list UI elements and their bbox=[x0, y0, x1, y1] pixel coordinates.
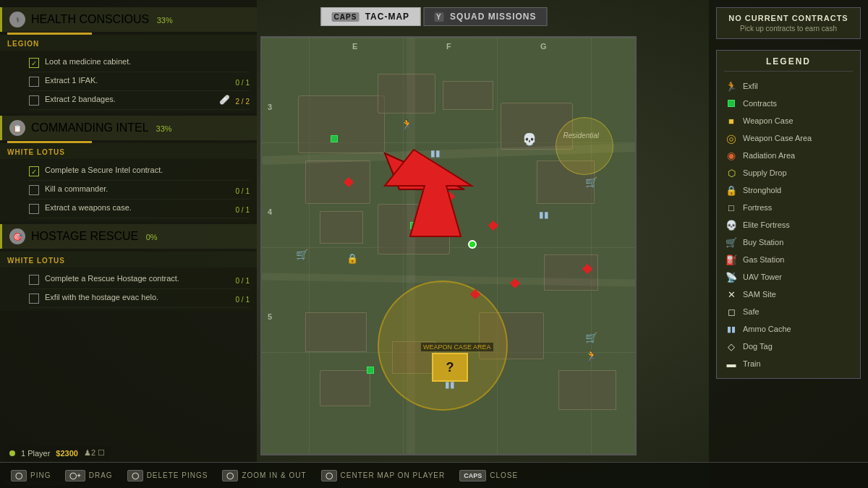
legend-item-weapon-case: ■ Weapon Case bbox=[724, 112, 853, 129]
close-key: CAPS bbox=[459, 470, 486, 481]
legend-item-dog-tag: ◇ Dog Tag bbox=[724, 338, 853, 355]
legend-sam-site-label: SAM Site bbox=[743, 290, 776, 299]
squad-members: ♟2 ☐ bbox=[84, 448, 105, 458]
mission-name-1: HEALTH CONSCIOUS bbox=[31, 13, 149, 25]
mission-header-2: 📋 COMMANDING INTEL 33% bbox=[0, 116, 257, 140]
building-5 bbox=[443, 81, 493, 110]
map-buy-station-1: 🛒 bbox=[296, 249, 308, 260]
legend-gas-station-label: Gas Station bbox=[743, 255, 784, 264]
legend-weapon-case-area-label: Weapon Case Area bbox=[743, 134, 812, 142]
tac-map-key: CAPS bbox=[332, 12, 359, 22]
legend-item-uav-tower: 📡 UAV Tower bbox=[724, 268, 853, 286]
legend-item-contracts: Contracts bbox=[724, 95, 853, 112]
mission-tasks-1: ✓ Loot a medicine cabinet. Extract 1 IFA… bbox=[0, 51, 257, 113]
building-1 bbox=[298, 95, 385, 153]
legend-supply-drop-label: Supply Drop bbox=[743, 168, 787, 177]
legend-item-elite-fortress: 💀 Elite Fortress bbox=[724, 216, 853, 234]
drag-control: ◯+ DRAG bbox=[65, 470, 112, 481]
legend-item-train: ▬ Train bbox=[724, 355, 853, 372]
legend-box: LEGEND 🏃 Exfil Contracts ■ Weapon Case ◎… bbox=[716, 50, 861, 379]
legend-uav-tower-icon: 📡 bbox=[724, 270, 739, 284]
legend-train-icon: ▬ bbox=[724, 356, 739, 371]
tac-map[interactable]: E F G 3 4 5 Residential ? WEAPON CASE AR… bbox=[260, 36, 637, 455]
mission-tasks-2: ✓ Complete a Secure Intel contract. Kill… bbox=[0, 159, 257, 221]
tac-map-label: TAC-MAP bbox=[365, 12, 409, 22]
legend-exfil-icon: 🏃 bbox=[724, 79, 739, 93]
legend-item-fortress: □ Fortress bbox=[724, 199, 853, 216]
center-control: ◯ CENTER MAP ON PLAYER bbox=[321, 470, 446, 481]
legend-supply-drop-icon: ⬡ bbox=[724, 166, 739, 180]
legend-item-supply-drop: ⬡ Supply Drop bbox=[724, 164, 853, 181]
map-buy-station-2: 🛒 bbox=[585, 176, 597, 188]
mission-faction-3: WHITE LOTUS bbox=[7, 257, 65, 265]
mission-header-1: ⚕ HEALTH CONSCIOUS 33% bbox=[0, 7, 257, 32]
task-progress: 0 / 1 bbox=[236, 79, 250, 87]
legend-fortress-icon: □ bbox=[724, 200, 739, 215]
mission-hostage-rescue: 🎯 HOSTAGE RESCUE 0% WHITE LOTUS Complete… bbox=[0, 224, 257, 311]
legend-radiation-icon: ◉ bbox=[724, 148, 739, 163]
mission-faction-1: LEGION bbox=[7, 40, 39, 48]
contract-status-subtitle: Pick up contracts to earn cash bbox=[724, 25, 853, 33]
legend-sam-site-icon: ✕ bbox=[724, 287, 739, 301]
map-skull-icon: 💀 bbox=[522, 132, 537, 146]
legend-buy-station-icon: 🛒 bbox=[724, 235, 739, 249]
task-check: ✓ bbox=[29, 58, 39, 68]
legend-item-exfil: 🏃 Exfil bbox=[724, 77, 853, 95]
map-coord-e: E bbox=[352, 42, 357, 51]
legend-title: LEGEND bbox=[724, 56, 853, 72]
task-item: Complete a Rescue Hostage contract. 0 / … bbox=[29, 270, 250, 289]
player-marker bbox=[468, 240, 477, 249]
close-control[interactable]: CAPS CLOSE bbox=[459, 470, 518, 481]
mission-commanding-intel: 📋 COMMANDING INTEL 33% WHITE LOTUS ✓ Com… bbox=[0, 116, 257, 221]
task-progress: 0 / 1 bbox=[236, 206, 250, 214]
task-check bbox=[29, 294, 39, 304]
legend-exfil-label: Exfil bbox=[743, 82, 758, 90]
cash-display: $2300 bbox=[56, 449, 78, 458]
map-lock-1: 🔒 bbox=[346, 253, 358, 264]
mission-title-area-3: HOSTAGE RESCUE 0% bbox=[31, 230, 250, 243]
task-item: Exfil with the hostage evac helo. 0 / 1 bbox=[29, 289, 250, 308]
legend-item-safe: ◻ Safe bbox=[724, 303, 853, 320]
mission-faction-2: WHITE LOTUS bbox=[7, 148, 65, 156]
center-key: ◯ bbox=[321, 470, 337, 481]
building-9 bbox=[305, 312, 367, 352]
mission-pct-1: 33% bbox=[157, 16, 173, 25]
mission-tasks-3: Complete a Rescue Hostage contract. 0 / … bbox=[0, 267, 257, 311]
legend-train-label: Train bbox=[743, 359, 761, 368]
task-progress: 0 / 1 bbox=[236, 187, 250, 195]
squad-info-bar: 1 Player $2300 ♟2 ☐ bbox=[4, 445, 111, 461]
legend-item-buy-station: 🛒 Buy Station bbox=[724, 234, 853, 251]
map-coord-g: G bbox=[540, 42, 547, 51]
map-label-residential: Residential bbox=[563, 132, 599, 140]
residential-zone bbox=[556, 117, 613, 175]
task-text: Complete a Secure Intel contract. bbox=[45, 166, 250, 174]
task-progress: 0 / 1 bbox=[236, 277, 250, 285]
mission-name-3: HOSTAGE RESCUE bbox=[31, 230, 138, 242]
top-bar: CAPS TAC-MAP Y SQUAD MISSIONS bbox=[321, 7, 548, 26]
squad-status-dot bbox=[9, 450, 15, 456]
map-contract-3 bbox=[367, 367, 374, 374]
legend-elite-fortress-label: Elite Fortress bbox=[743, 221, 790, 229]
ping-label: PING bbox=[30, 471, 51, 479]
legend-contracts-icon bbox=[724, 96, 739, 111]
building-10 bbox=[320, 370, 370, 406]
mission-pct-3: 0% bbox=[146, 233, 158, 241]
mission-header-3: 🎯 HOSTAGE RESCUE 0% bbox=[0, 224, 257, 249]
task-bandage-icon: 🩹 bbox=[219, 95, 230, 105]
squad-name: 1 Player bbox=[21, 449, 50, 458]
squad-missions-button[interactable]: Y SQUAD MISSIONS bbox=[423, 7, 547, 26]
legend-item-ammo-cache: ▮▮ Ammo Cache bbox=[724, 320, 853, 338]
task-text: Complete a Rescue Hostage contract. bbox=[45, 274, 230, 283]
contract-status-title: NO CURRENT CONTRACTS bbox=[724, 14, 853, 22]
contract-status: NO CURRENT CONTRACTS Pick up contracts t… bbox=[716, 7, 861, 39]
mission-icon-2: 📋 bbox=[9, 120, 25, 136]
task-item: Extract 2 bandages. 🩹 2 / 2 bbox=[29, 91, 250, 110]
map-exfil-1: 🏃 bbox=[585, 350, 597, 361]
building-14 bbox=[558, 370, 616, 410]
mission-title-area-1: HEALTH CONSCIOUS 33% bbox=[31, 13, 250, 26]
tac-map-button[interactable]: CAPS TAC-MAP bbox=[321, 7, 421, 26]
missions-panel: ⚕ HEALTH CONSCIOUS 33% LEGION ✓ Loot a m… bbox=[0, 0, 257, 488]
legend-item-gas-station: ⛽ Gas Station bbox=[724, 251, 853, 268]
task-check bbox=[29, 204, 39, 214]
delete-key: ◯ bbox=[127, 470, 143, 481]
